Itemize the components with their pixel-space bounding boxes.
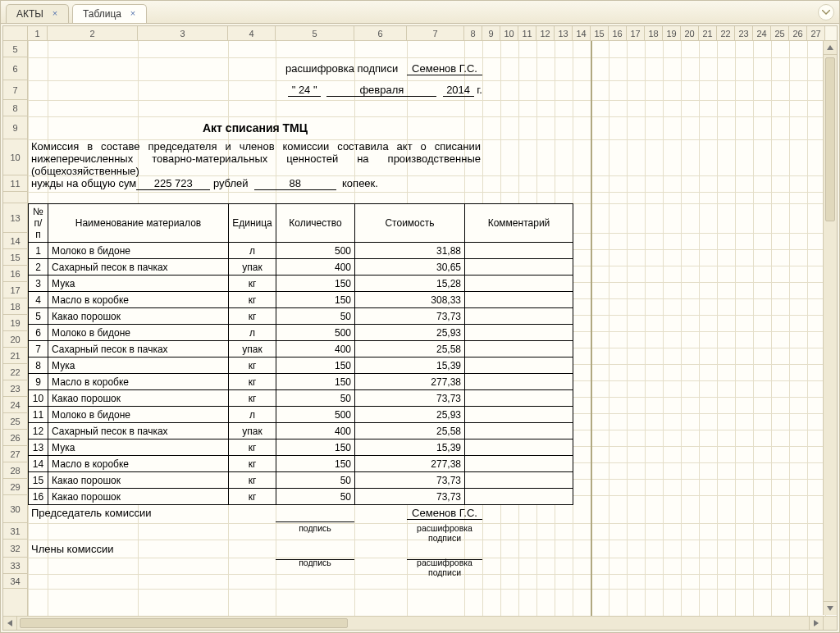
column-header[interactable]: 12 (536, 26, 555, 40)
tab-akty[interactable]: АКТЫ × (6, 4, 69, 23)
row-header[interactable]: 17 (3, 282, 27, 298)
close-icon[interactable]: × (50, 9, 60, 19)
column-header[interactable]: 22 (717, 26, 735, 40)
row-header[interactable]: 11 (3, 175, 27, 192)
table-row[interactable]: 15Какао порошоккг5073,73 (29, 472, 573, 489)
row-header[interactable]: 15 (3, 249, 27, 266)
column-header[interactable]: 24 (753, 26, 771, 40)
row-header[interactable]: 25 (3, 413, 27, 430)
table-row[interactable]: 11Молоко в бидонел50025,93 (29, 407, 573, 423)
close-icon[interactable]: × (128, 9, 138, 19)
horizontal-scrollbar[interactable] (3, 616, 823, 630)
row-header[interactable]: 16 (3, 266, 27, 282)
row-header[interactable]: 14 (3, 233, 27, 249)
tab-tablitsa[interactable]: Таблица × (72, 4, 147, 23)
cells-area[interactable]: расшифровка подписи Семенов Г.С." 24 " ф… (28, 41, 837, 630)
column-header[interactable]: 15 (591, 26, 609, 40)
column-header[interactable]: 17 (627, 26, 645, 40)
cell-comment (465, 489, 573, 505)
table-row[interactable]: 2Сахарный песок в пачкахупак40030,65 (29, 259, 573, 276)
row-header[interactable]: 32 (3, 540, 27, 558)
column-header[interactable]: 19 (663, 26, 681, 40)
row-header[interactable]: 27 (3, 446, 27, 462)
column-header[interactable]: 5 (276, 26, 354, 40)
row-header[interactable]: 19 (3, 315, 27, 331)
doc-title: Акт списания ТМЦ (203, 121, 308, 134)
cell-comment (465, 374, 573, 390)
horizontal-scroll-thumb[interactable] (20, 618, 348, 628)
table-row[interactable]: 5Какао порошоккг5073,73 (29, 308, 573, 325)
table-row[interactable]: 10Какао порошоккг5073,73 (29, 390, 573, 407)
vertical-scroll-thumb[interactable] (825, 57, 835, 221)
column-header[interactable]: 20 (681, 26, 699, 40)
table-row[interactable]: 9Масло в коробкекг150277,38 (29, 374, 573, 390)
cell-name: Какао порошок (48, 489, 229, 505)
column-header[interactable]: 4 (228, 26, 276, 40)
row-header[interactable]: 10 (3, 139, 27, 175)
cell-qty: 50 (276, 390, 355, 407)
row-header[interactable]: 28 (3, 462, 27, 479)
row-header[interactable]: 8 (3, 100, 27, 116)
row-header[interactable]: 31 (3, 523, 27, 540)
cell-cost: 73,73 (355, 472, 465, 489)
table-row[interactable]: 16Какао порошоккг5073,73 (29, 489, 573, 505)
column-header[interactable]: 13 (555, 26, 573, 40)
row-header[interactable]: 22 (3, 364, 27, 380)
row-header[interactable]: 33 (3, 558, 27, 574)
row-header[interactable]: 7 (3, 80, 27, 100)
column-header[interactable]: 7 (407, 26, 464, 40)
column-header[interactable]: 9 (482, 26, 500, 40)
row-header[interactable]: 24 (3, 397, 27, 413)
scroll-up-button[interactable] (824, 41, 837, 55)
row-header[interactable]: 6 (3, 57, 27, 80)
cell-num: 9 (29, 374, 48, 390)
column-header[interactable]: 18 (645, 26, 663, 40)
column-header[interactable]: 11 (518, 26, 536, 40)
row-header[interactable]: 5 (3, 41, 27, 57)
row-header[interactable]: 29 (3, 479, 27, 495)
column-header[interactable]: 26 (789, 26, 807, 40)
column-header[interactable]: 16 (609, 26, 627, 40)
triangle-left-icon (7, 620, 12, 626)
corner-cell[interactable] (3, 26, 28, 40)
table-row[interactable]: 6Молоко в бидонел50025,93 (29, 325, 573, 341)
column-header[interactable]: 10 (500, 26, 518, 40)
cell-unit: кг (229, 439, 276, 456)
row-header[interactable]: 13 (3, 203, 27, 233)
column-header[interactable]: 23 (735, 26, 753, 40)
scroll-right-button[interactable] (809, 617, 823, 630)
row-header[interactable]: 9 (3, 116, 27, 139)
table-row[interactable]: 7Сахарный песок в пачкахупак40025,58 (29, 341, 573, 357)
cell-name: Молоко в бидоне (48, 243, 229, 259)
table-row[interactable]: 13Мукакг15015,39 (29, 439, 573, 456)
column-header[interactable]: 6 (354, 26, 407, 40)
row-header[interactable] (3, 192, 27, 203)
row-header[interactable]: 26 (3, 430, 27, 446)
table-row[interactable]: 3Мукакг15015,28 (29, 276, 573, 292)
vertical-scrollbar[interactable] (823, 41, 837, 615)
row-header[interactable]: 21 (3, 348, 27, 364)
table-row[interactable]: 14Масло в коробкекг150277,38 (29, 456, 573, 472)
row-header[interactable]: 20 (3, 331, 27, 348)
dropdown-menu-button[interactable] (818, 4, 834, 20)
row-header[interactable]: 18 (3, 298, 27, 315)
table-row[interactable]: 8Мукакг15015,39 (29, 357, 573, 374)
scroll-down-button[interactable] (824, 601, 837, 615)
column-header[interactable]: 21 (699, 26, 717, 40)
cell-cost: 277,38 (355, 456, 465, 472)
table-row[interactable]: 12Сахарный песок в пачкахупак40025,58 (29, 423, 573, 439)
column-header[interactable]: 2 (48, 26, 138, 40)
column-header[interactable]: 8 (464, 26, 482, 40)
table-row[interactable]: 4Масло в коробкекг150308,33 (29, 292, 573, 308)
column-header[interactable]: 14 (573, 26, 591, 40)
scroll-left-button[interactable] (3, 617, 17, 630)
row-header[interactable]: 23 (3, 380, 27, 397)
table-row[interactable]: 1Молоко в бидонел50031,88 (29, 243, 573, 259)
column-header[interactable]: 25 (771, 26, 789, 40)
cell-qty: 400 (276, 259, 355, 276)
row-header[interactable]: 34 (3, 574, 27, 589)
column-header[interactable]: 3 (138, 26, 228, 40)
column-header[interactable]: 27 (807, 26, 825, 40)
row-header[interactable]: 30 (3, 495, 27, 523)
column-header[interactable]: 1 (28, 26, 48, 40)
